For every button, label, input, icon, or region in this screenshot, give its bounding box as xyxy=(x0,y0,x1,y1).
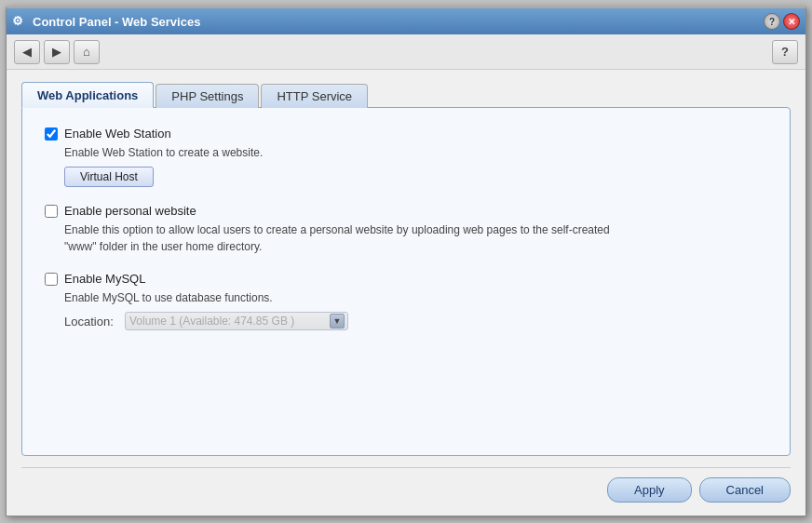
toolbar: ◀ ▶ ⌂ ? xyxy=(7,34,805,70)
tabs: Web Applications PHP Settings HTTP Servi… xyxy=(21,81,791,107)
tab-panel-web-applications: Enable Web Station Enable Web Station to… xyxy=(21,107,791,456)
forward-button[interactable]: ▶ xyxy=(44,40,70,64)
bottom-bar: Apply Cancel xyxy=(7,468,805,516)
location-row: Location: Volume 1 (Available: 474.85 GB… xyxy=(64,312,767,330)
personal-website-checkbox-row: Enable personal website xyxy=(45,204,767,218)
home-button[interactable]: ⌂ xyxy=(74,40,100,64)
virtual-host-button[interactable]: Virtual Host xyxy=(64,167,154,187)
cancel-button[interactable]: Cancel xyxy=(699,477,791,503)
tab-http-service[interactable]: HTTP Service xyxy=(261,84,368,108)
section-personal-website: Enable personal website Enable this opti… xyxy=(45,204,767,255)
apply-button[interactable]: Apply xyxy=(607,477,692,503)
help-window-button[interactable]: ? xyxy=(764,13,780,30)
tab-php-settings[interactable]: PHP Settings xyxy=(156,84,259,108)
titlebar: ⚙ Control Panel - Web Services ? ✕ xyxy=(7,8,805,34)
location-select[interactable]: Volume 1 (Available: 474.85 GB ) xyxy=(125,312,348,330)
window-icon: ⚙ xyxy=(12,14,27,29)
mysql-checkbox-row: Enable MySQL xyxy=(45,272,767,286)
web-station-description: Enable Web Station to create a website. xyxy=(64,144,767,161)
personal-website-description: Enable this option to allow local users … xyxy=(64,221,767,255)
location-select-wrapper: Volume 1 (Available: 474.85 GB ) ▼ xyxy=(125,312,348,330)
main-window: ⚙ Control Panel - Web Services ? ✕ ◀ ▶ ⌂… xyxy=(6,7,806,516)
location-label: Location: xyxy=(64,315,115,329)
web-station-checkbox-row: Enable Web Station xyxy=(45,127,767,141)
enable-mysql-checkbox[interactable] xyxy=(45,273,58,286)
mysql-description: Enable MySQL to use database functions. xyxy=(64,289,767,306)
main-content: Web Applications PHP Settings HTTP Servi… xyxy=(7,70,805,467)
enable-personal-website-label: Enable personal website xyxy=(64,204,196,218)
enable-web-station-checkbox[interactable] xyxy=(45,127,58,141)
window-title: Control Panel - Web Services xyxy=(33,15,764,29)
titlebar-controls: ? ✕ xyxy=(764,13,800,30)
tab-web-applications[interactable]: Web Applications xyxy=(21,82,154,108)
toolbar-help-button[interactable]: ? xyxy=(772,40,798,64)
close-window-button[interactable]: ✕ xyxy=(783,13,800,30)
section-mysql: Enable MySQL Enable MySQL to use databas… xyxy=(45,272,767,330)
enable-web-station-label: Enable Web Station xyxy=(64,127,171,141)
section-web-station: Enable Web Station Enable Web Station to… xyxy=(45,127,767,187)
back-button[interactable]: ◀ xyxy=(14,40,40,64)
enable-mysql-label: Enable MySQL xyxy=(64,272,145,286)
enable-personal-website-checkbox[interactable] xyxy=(45,205,58,218)
